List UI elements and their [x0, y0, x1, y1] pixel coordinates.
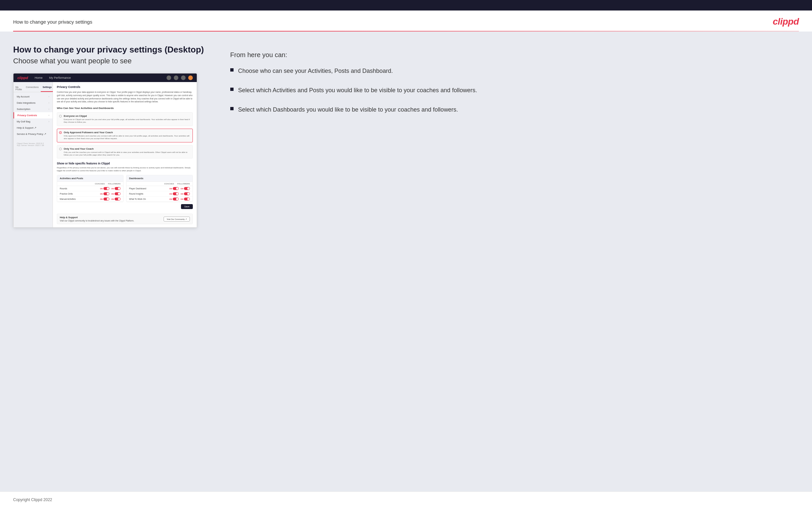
mock-radio-circle-everyone [59, 115, 62, 117]
mock-sidebar-privacy-policy[interactable]: Service & Privacy Policy ↗ [13, 131, 53, 137]
header: How to change your privacy settings clip… [0, 10, 812, 31]
mock-privacy-desc: Control how you and your data appears to… [57, 91, 193, 103]
mock-nav-performance: My Performance [49, 76, 70, 79]
bullet-list: Choose who can see your Activities, Post… [230, 67, 799, 114]
mock-activities-header: Activities and Posts [57, 175, 123, 182]
mock-avatar [188, 75, 193, 80]
mock-nav-home: Home [35, 76, 42, 79]
mock-manual-coaches-toggle[interactable] [103, 198, 109, 201]
bullet-text-2: Select which Activities and Posts you wo… [238, 86, 477, 95]
footer: Copyright Clippd 2022 [0, 492, 812, 507]
footer-text: Copyright Clippd 2022 [13, 498, 52, 502]
mock-arrow-privacy: › [49, 114, 49, 116]
logo: clippd [773, 16, 799, 27]
mock-drills-coaches-toggle[interactable] [103, 192, 109, 195]
mock-arrow-data: › [49, 102, 49, 104]
mock-dashboards-subheader: COACHES FOLLOWERS [126, 182, 193, 186]
mock-radio-everyone[interactable]: Everyone on Clippd Everyone on Clippd ca… [57, 112, 193, 126]
mock-search-icon [166, 75, 171, 80]
mock-show-hide: Show or hide specific features in Clippd… [57, 162, 193, 224]
mock-sidebar-version: Clippd Client Version: 2022.8.2SQL Serve… [13, 140, 53, 149]
left-side: How to change your privacy settings (Des… [13, 45, 204, 228]
mock-main: Privacy Controls Control how you and you… [53, 82, 197, 227]
mock-work-followers-toggle[interactable] [184, 198, 190, 201]
mock-player-followers-toggle[interactable] [184, 187, 190, 190]
mock-visit-community-button[interactable]: Visit Our Community ↗ [164, 217, 190, 222]
mock-activities-subheader: COACHES FOLLOWERS [57, 182, 123, 186]
mock-tab-settings[interactable]: Settings [41, 84, 54, 92]
bullet-text-3: Select which Dashboards you would like t… [238, 105, 458, 114]
mock-what-to-work-row: What To Work On ON ON [126, 196, 193, 202]
mock-help-section: Help & Support Visit our Clippd communit… [57, 214, 193, 224]
mock-sidebar-tabs: My Profile Connections Settings [13, 84, 53, 92]
mock-manual-row: Manual Activities ON ON [57, 196, 123, 202]
mock-work-coaches-toggle[interactable] [173, 198, 179, 201]
from-here-title: From here you can: [230, 51, 799, 59]
mock-save-button[interactable]: Save [181, 204, 193, 209]
mock-tab-profile[interactable]: My Profile [13, 84, 24, 92]
bullet-text-1: Choose who can see your Activities, Post… [238, 67, 393, 75]
mock-activities-section: Activities and Posts COACHES FOLLOWERS R… [57, 175, 123, 202]
page-subheading: Choose what you want people to see [13, 57, 204, 65]
mock-drills-followers-toggle[interactable] [115, 192, 120, 195]
bullet-item-1: Choose who can see your Activities, Post… [230, 67, 799, 75]
mock-who-can-see: Who Can See Your Activities and Dashboar… [57, 107, 193, 110]
mock-sidebar-golf-bag[interactable]: My Golf Bag › [13, 118, 53, 125]
mock-rounds-coaches-toggle[interactable] [103, 187, 109, 190]
mock-radio-circle-coach [59, 148, 62, 150]
mock-save-row: Save [57, 202, 193, 211]
mock-drills-row: Practice Drills ON ON [57, 191, 123, 196]
mock-rounds-followers-toggle[interactable] [115, 187, 120, 190]
bullet-square-1 [230, 68, 234, 71]
mock-body: My Profile Connections Settings My Accou… [13, 82, 197, 227]
mock-radio-coach-only[interactable]: Only You and Your Coach Only you and the… [57, 145, 193, 159]
mock-radio-circle-followers [59, 131, 62, 134]
mock-round-insights-row: Round Insights ON ON [126, 191, 193, 196]
mock-logo: clippd [17, 76, 28, 80]
right-side: From here you can: Choose who can see yo… [217, 45, 799, 114]
page-heading: How to change your privacy settings (Des… [13, 45, 204, 55]
bullet-square-3 [230, 107, 234, 110]
mock-privacy-title: Privacy Controls [57, 85, 193, 89]
bullet-item-2: Select which Activities and Posts you wo… [230, 86, 799, 95]
mock-sidebar-data-integrations[interactable]: Data Integrations › [13, 100, 53, 106]
mock-sidebar: My Profile Connections Settings My Accou… [13, 82, 53, 227]
mock-nav-right [166, 75, 193, 80]
mock-settings-icon [181, 75, 186, 80]
mock-arrow-subscription: › [49, 108, 49, 110]
mock-player-coaches-toggle[interactable] [173, 187, 179, 190]
header-title: How to change your privacy settings [13, 19, 92, 24]
mock-show-hide-title: Show or hide specific features in Clippd [57, 162, 193, 165]
mock-sidebar-help[interactable]: Help & Support ↗ [13, 125, 53, 131]
mock-manual-followers-toggle[interactable] [115, 198, 120, 201]
mock-tab-connections[interactable]: Connections [24, 84, 41, 92]
mock-radio-group: Everyone on Clippd Everyone on Clippd ca… [57, 112, 193, 159]
mock-dashboards-section: Dashboards COACHES FOLLOWERS Player Dash… [126, 175, 193, 202]
bullet-square-2 [230, 88, 234, 91]
main-content: How to change your privacy settings (Des… [0, 32, 812, 492]
mock-sidebar-account[interactable]: My Account › [13, 94, 53, 100]
mock-toggle-grid: Activities and Posts COACHES FOLLOWERS R… [57, 175, 193, 202]
mock-arrow-account: › [49, 96, 49, 98]
mock-sidebar-privacy[interactable]: Privacy Controls › [13, 112, 53, 118]
mock-sidebar-subscription[interactable]: Subscription › [13, 106, 53, 112]
mock-arrow-golfbag: › [49, 120, 49, 123]
mock-help-title: Help & Support [60, 216, 134, 219]
mock-insights-coaches-toggle[interactable] [173, 192, 179, 195]
screenshot-mockup: clippd Home My Performance My Profile Co… [13, 73, 197, 228]
mock-insights-followers-toggle[interactable] [184, 192, 190, 195]
mock-top-nav: clippd Home My Performance [13, 73, 197, 82]
mock-radio-followers[interactable]: Only Approved Followers and Your Coach O… [57, 129, 193, 143]
mock-bell-icon [174, 75, 179, 80]
mock-player-dashboard-row: Player Dashboard ON ON [126, 186, 193, 191]
mock-help-desc: Visit our Clippd community to troublesho… [60, 220, 134, 222]
mock-dashboards-header: Dashboards [126, 175, 193, 182]
mock-rounds-row: Rounds ON ON [57, 186, 123, 191]
bullet-item-3: Select which Dashboards you would like t… [230, 105, 799, 114]
top-bar [0, 0, 812, 10]
mock-show-hide-desc: Regardless of the privacy controls that … [57, 166, 193, 172]
